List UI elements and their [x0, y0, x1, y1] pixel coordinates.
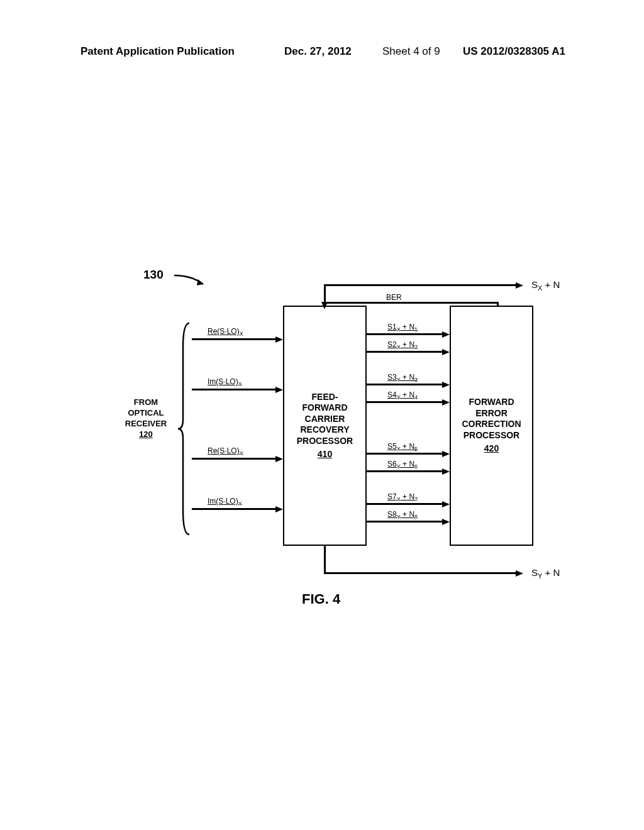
from-num: 120: [139, 429, 153, 439]
arrowhead-mid-6: [442, 468, 450, 475]
box410-l1: FEED-: [312, 392, 338, 403]
arrowhead-mid-1: [442, 331, 450, 338]
output-sx: SX + N: [531, 279, 560, 292]
box-feed-forward-processor: FEED- FORWARD CARRIER RECOVERY PROCESSOR…: [283, 306, 367, 546]
sy-line-h: [324, 572, 516, 574]
from-line3: RECEIVER: [125, 419, 167, 428]
input-signal-1: Re(S·LO)X: [208, 327, 243, 337]
arrow-input-1: [192, 338, 275, 340]
box420-l4: PROCESSOR: [464, 430, 519, 441]
box-forward-error-correction-processor: FORWARD ERROR CORRECTION PROCESSOR 420: [450, 306, 533, 546]
from-line1: FROM: [134, 397, 158, 407]
arrowhead-mid-5: [442, 451, 450, 457]
mid-signal-5: S5X + N5: [387, 442, 418, 452]
ber-label: BER: [386, 293, 402, 302]
input-source-label: FROM OPTICAL RECEIVER 120: [114, 397, 177, 440]
box410-l5: PROCESSOR: [297, 436, 353, 447]
box410-l4: RECOVERY: [300, 424, 349, 436]
arrow-mid-7: [367, 503, 442, 505]
arrowhead-mid-4: [442, 399, 450, 406]
input-signal-2: Im(S·LO)X: [208, 377, 242, 387]
arrowhead-input-3: [275, 456, 283, 462]
sx-line-h: [324, 284, 516, 286]
arrow-input-4: [192, 508, 275, 510]
arrowhead-input-1: [275, 336, 283, 343]
arrowhead-input-2: [275, 387, 283, 393]
figure-diagram: 130 FROM OPTICAL RECEIVER 120 FEED- FORW…: [0, 0, 644, 830]
box420-l1: FORWARD: [469, 397, 514, 408]
reference-number-130: 130: [143, 268, 164, 282]
box420-l3: CORRECTION: [462, 419, 521, 430]
arrow-mid-5: [367, 453, 442, 455]
arrowhead-mid-2: [442, 349, 450, 355]
ref-arrow-icon: [173, 272, 211, 290]
mid-signal-4: S4Y + N4: [387, 390, 418, 401]
box420-num: 420: [484, 443, 499, 455]
box410-l3: CARRIER: [305, 414, 345, 425]
ber-line-h: [324, 302, 499, 304]
mid-signal-8: S8Y + N8: [387, 510, 418, 520]
arrow-mid-1: [367, 333, 442, 335]
arrow-input-2: [192, 389, 275, 390]
arrow-input-3: [192, 458, 275, 460]
mid-signal-6: S6Y + N6: [387, 460, 418, 470]
mid-signal-7: S7X + N7: [387, 492, 418, 502]
mid-signal-2: S2X + N2: [387, 340, 418, 350]
box410-num: 410: [318, 449, 332, 460]
output-sy: SY + N: [531, 567, 560, 580]
from-line2: OPTICAL: [128, 408, 164, 418]
sy-line-v: [324, 545, 326, 573]
arrow-mid-2: [367, 351, 442, 353]
input-signal-3: Re(S·LO)Y: [208, 446, 243, 456]
box410-l2: FORWARD: [302, 402, 347, 414]
arrowhead-mid-8: [442, 519, 450, 525]
input-signal-4: Im(S·LO)Y: [208, 497, 242, 507]
arrow-mid-4: [367, 401, 442, 403]
arrow-mid-6: [367, 470, 442, 472]
arrow-mid-3: [367, 384, 442, 385]
sx-arrowhead: [516, 282, 523, 289]
mid-signal-1: S1X + N1: [387, 323, 418, 333]
mid-signal-3: S3Y + N3: [387, 373, 418, 383]
box420-l2: ERROR: [475, 408, 508, 419]
sy-arrowhead: [516, 570, 523, 577]
arrow-mid-8: [367, 521, 442, 523]
arrowhead-mid-7: [442, 501, 450, 507]
input-brace-icon: [178, 322, 191, 536]
sx-line-v: [324, 284, 326, 307]
arrowhead-input-4: [275, 506, 283, 512]
arrowhead-mid-3: [442, 382, 450, 388]
figure-caption: FIG. 4: [302, 591, 340, 607]
